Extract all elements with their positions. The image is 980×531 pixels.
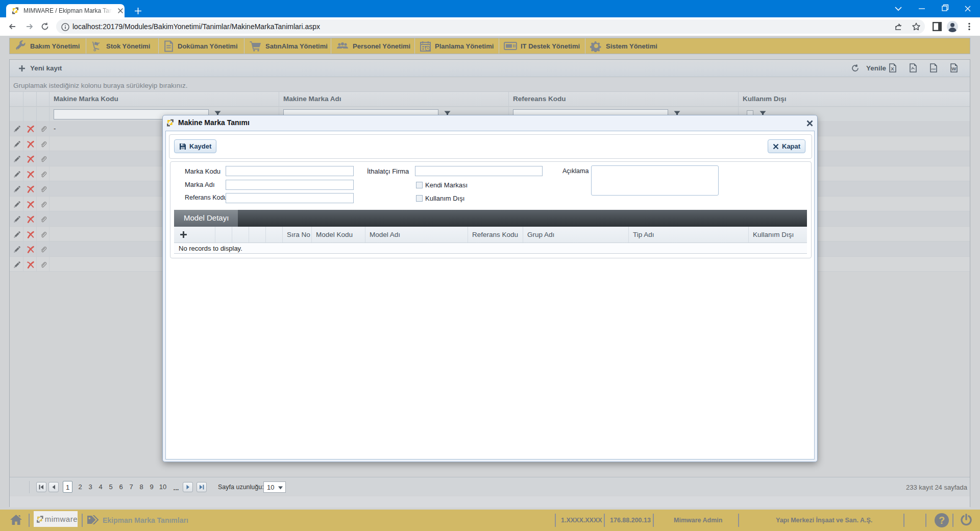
svg-text:X: X	[891, 66, 894, 71]
svg-text:csv: csv	[932, 67, 936, 70]
svg-text:W: W	[951, 66, 956, 71]
